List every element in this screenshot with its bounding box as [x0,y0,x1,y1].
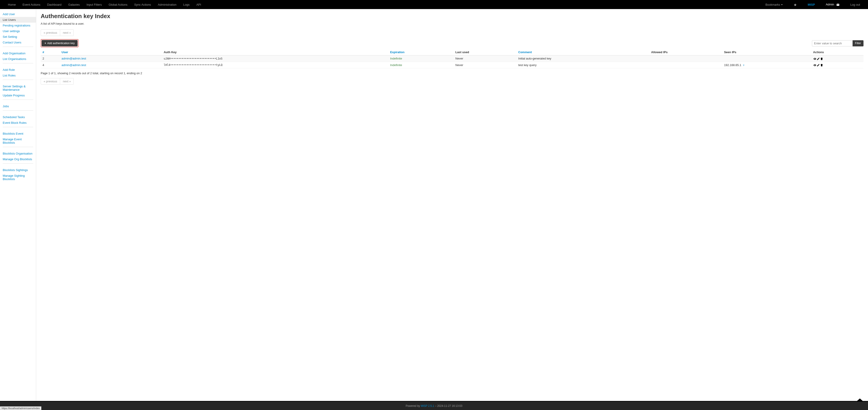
edit-icon[interactable] [817,63,820,67]
main-content: Authentication key Index A list of API k… [36,9,868,401]
brand-link[interactable]: MISP [804,1,818,9]
col-auth-key: Auth Key [164,51,177,54]
next-page-button[interactable]: next » [60,29,74,36]
record-info: Page 1 of 1, showing 2 records out of 2 … [41,71,864,75]
sidebar-item-scheduled-tasks[interactable]: Scheduled Tasks [0,114,36,120]
col-id[interactable]: # [42,51,44,54]
sidebar-divider [3,110,33,113]
col-comment[interactable]: Comment [518,51,532,54]
star-icon[interactable] [790,0,800,9]
sidebar-item-list-organisations[interactable]: List Organisations [0,56,36,62]
nav-bookmarks[interactable]: Bookmarks [762,1,786,9]
nav-admin[interactable]: Admin [822,0,843,9]
cell-seen-ips [722,55,811,62]
prev-page-button[interactable]: « previous [41,29,60,36]
nav-item-global-actions[interactable]: Global Actions [105,1,131,9]
cell-id: 2 [41,55,60,62]
delete-icon[interactable] [820,63,823,67]
table-row: 2admin@admin.testuJAH•••••••••••••••••••… [41,55,864,62]
sidebar-item-event-block-rules[interactable]: Event Block Rules [0,120,36,125]
cell-user-link[interactable]: admin@admin.test [61,63,86,67]
cell-allowed-ips [649,62,722,68]
col-actions: Actions [813,51,824,54]
envelope-icon [836,3,839,6]
col-last-used: Last used [456,51,469,54]
prev-page-button-bottom[interactable]: « previous [41,78,60,85]
plus-icon [44,41,46,45]
sidebar-item-blocklists-organisation[interactable]: Blocklists Organisation [0,151,36,156]
sidebar-item-jobs[interactable]: Jobs [0,104,36,109]
sidebar-item-add-user[interactable]: Add User [0,11,36,17]
nav-item-dashboard[interactable]: Dashboard [43,1,65,9]
scroll-top-icon[interactable] [856,399,864,401]
sidebar-item-add-organisation[interactable]: Add Organisation [0,51,36,56]
pin-icon [743,64,745,67]
sidebar-divider [3,164,33,166]
nav-item-logs[interactable]: Logs [180,1,193,9]
sidebar-divider [3,63,33,66]
table-row: 4admin@admin.testlHl4•••••••••••••••••••… [41,62,864,68]
nav-item-home[interactable]: Home [4,1,19,9]
add-auth-key-highlight: Add authentication key [41,39,79,47]
search-input[interactable] [812,40,852,47]
cell-auth-key: lHl4••••••••••••••••••••••••••••tyLQ [162,62,388,68]
view-icon[interactable] [813,57,816,60]
col-seen-ips: Seen IPs [724,51,736,54]
sidebar-divider [3,47,33,49]
sidebar-item-pending-registrations[interactable]: Pending registrations [0,23,36,28]
sidebar-item-user-settings[interactable]: User settings [0,28,36,34]
nav-item-api[interactable]: API [193,1,205,9]
cell-id: 4 [41,62,60,68]
cell-comment: test key query [517,62,649,68]
edit-icon[interactable] [817,57,820,60]
nav-item-administration[interactable]: Administration [154,1,180,9]
cell-seen-ips: 192.168.65.1 [722,62,811,68]
pagination-top: « previous next » [41,29,74,36]
cell-user-link[interactable]: admin@admin.test [61,57,86,60]
col-expiration[interactable]: Expiration [390,51,405,54]
sidebar-divider [3,80,33,82]
cell-last-used: Never [454,55,517,62]
sidebar-item-list-roles[interactable]: List Roles [0,72,36,78]
nav-item-sync-actions[interactable]: Sync Actions [131,1,154,9]
cell-comment: Initial auto-generated key [517,55,649,62]
sidebar-item-update-progress[interactable]: Update Progress [0,92,36,98]
sidebar-divider [3,127,33,129]
sidebar-item-set-setting[interactable]: Set Setting [0,34,36,39]
sidebar-item-manage-org-blocklists[interactable]: Manage Org Blocklists [0,156,36,162]
view-icon[interactable] [813,63,816,67]
sidebar-divider [3,147,33,149]
sidebar-item-list-users[interactable]: List Users [0,17,36,23]
pagination-bottom: « previous next » [41,78,74,85]
filter-button[interactable]: Filter [852,40,864,47]
nav-item-event-actions[interactable]: Event Actions [19,1,44,9]
sidebar-item-add-role[interactable]: Add Role [0,67,36,72]
add-authentication-key-button[interactable]: Add authentication key [41,40,78,47]
col-allowed-ips: Allowed IPs [651,51,668,54]
cell-allowed-ips [649,55,722,62]
auth-key-table: # User Auth Key Expiration Last used Com… [41,49,864,68]
cell-last-used: Never [454,62,517,68]
page-description: A list of API keys bound to a user. [41,22,864,25]
next-page-button-bottom[interactable]: next » [60,78,74,85]
nav-logout[interactable]: Log out [847,1,864,9]
nav-item-galaxies[interactable]: Galaxies [65,1,83,9]
sidebar-item-contact-users[interactable]: Contact Users [0,39,36,45]
sidebar-item-blocklists-sightings[interactable]: Blocklists Sightings [0,167,36,173]
cell-expiration: Indefinite [390,57,402,60]
top-nav: HomeEvent ActionsDashboardGalaxiesInput … [0,0,868,9]
nav-item-input-filters[interactable]: Input Filters [83,1,105,9]
sidebar-item-server-settings-maintenance[interactable]: Server Settings & Maintenance [0,84,36,92]
sidebar-divider [3,99,33,102]
cell-expiration: Indefinite [390,63,402,67]
sidebar: Add UserList UsersPending registrationsU… [0,9,36,401]
delete-icon[interactable] [820,57,823,60]
sidebar-item-manage-sighting-blocklists[interactable]: Manage Sighting Blocklists [0,173,36,182]
page-title: Authentication key Index [41,13,864,20]
col-user[interactable]: User [61,51,68,54]
sidebar-item-manage-event-blocklists[interactable]: Manage Event Blocklists [0,137,36,146]
cell-auth-key: uJAH••••••••••••••••••••••••••••L1oS [162,55,388,62]
sidebar-item-blocklists-event[interactable]: Blocklists Event [0,131,36,137]
